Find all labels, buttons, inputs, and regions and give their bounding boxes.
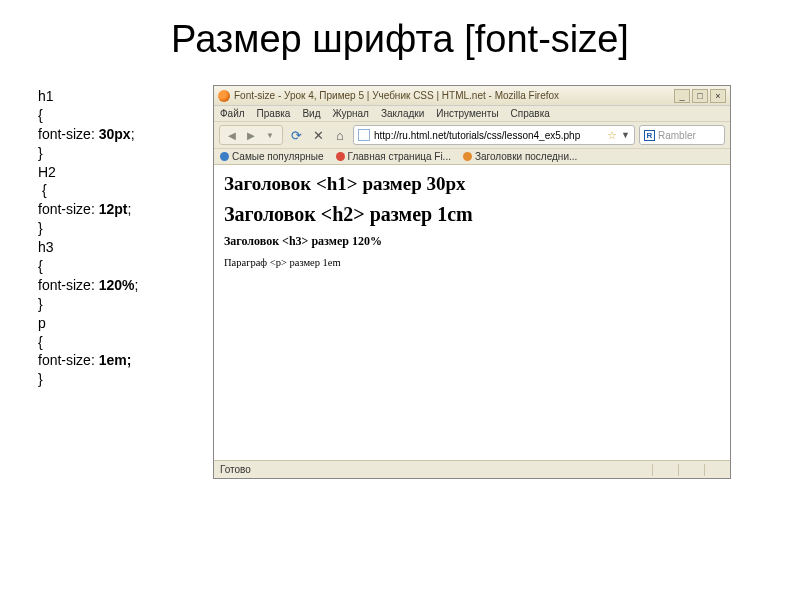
status-segment — [652, 464, 672, 476]
maximize-button[interactable]: □ — [692, 89, 708, 103]
stop-button[interactable]: ✕ — [309, 126, 327, 144]
browser-window: Font-size - Урок 4, Пример 5 | Учебник C… — [213, 85, 731, 479]
menu-tools[interactable]: Инструменты — [436, 108, 498, 119]
code-line: } — [38, 219, 203, 238]
firefox-icon — [218, 90, 230, 102]
site-icon — [336, 152, 345, 161]
bookmark-popular[interactable]: Самые популярные — [220, 151, 324, 162]
code-line: H2 — [38, 163, 203, 182]
url-dropdown-icon[interactable]: ▼ — [621, 130, 630, 140]
code-line: { — [38, 257, 203, 276]
home-button[interactable]: ⌂ — [331, 126, 349, 144]
feed-icon — [463, 152, 472, 161]
slide-title: Размер шрифта [font-size] — [0, 0, 800, 71]
code-line: } — [38, 295, 203, 314]
bookmarks-toolbar: Самые популярные Главная страница Fi... … — [214, 149, 730, 165]
code-line: } — [38, 370, 203, 389]
code-line: font-size: 120%; — [38, 276, 203, 295]
code-line: p — [38, 314, 203, 333]
status-bar: Готово — [214, 460, 730, 478]
close-button[interactable]: × — [710, 89, 726, 103]
code-line: font-size: 1em; — [38, 351, 203, 370]
status-text: Готово — [220, 464, 251, 475]
history-dropdown-icon[interactable]: ▼ — [262, 127, 278, 143]
code-line: font-size: 12pt; — [38, 200, 203, 219]
menu-view[interactable]: Вид — [302, 108, 320, 119]
minimize-button[interactable]: _ — [674, 89, 690, 103]
css-code-block: h1 { font-size: 30px; } H2 { font-size: … — [38, 85, 203, 479]
page-viewport: Заголовок <h1> размер 30px Заголовок <h2… — [214, 165, 730, 460]
code-line: { — [38, 181, 203, 200]
forward-button[interactable]: ► — [243, 127, 259, 143]
menu-file[interactable]: Файл — [220, 108, 245, 119]
menu-history[interactable]: Журнал — [332, 108, 369, 119]
search-box[interactable]: R Rambler — [639, 125, 725, 145]
search-placeholder: Rambler — [658, 130, 696, 141]
bookmark-star-icon[interactable]: ☆ — [607, 129, 617, 142]
status-segment — [704, 464, 724, 476]
bookmark-last[interactable]: Заголовки последни... — [463, 151, 577, 162]
window-title: Font-size - Урок 4, Пример 5 | Учебник C… — [234, 90, 674, 101]
code-line: font-size: 30px; — [38, 125, 203, 144]
code-line: } — [38, 144, 203, 163]
page-icon — [358, 129, 370, 141]
code-line: h1 — [38, 87, 203, 106]
rendered-p: Параграф <p> размер 1em — [224, 257, 720, 268]
navigation-toolbar: ◄ ► ▼ ⟳ ✕ ⌂ http://ru.html.net/tutorials… — [214, 122, 730, 149]
code-line: h3 — [38, 238, 203, 257]
rendered-h3: Заголовок <h3> размер 120% — [224, 234, 720, 249]
window-titlebar: Font-size - Урок 4, Пример 5 | Учебник C… — [214, 86, 730, 106]
reload-button[interactable]: ⟳ — [287, 126, 305, 144]
back-button[interactable]: ◄ — [224, 127, 240, 143]
bookmark-fi[interactable]: Главная страница Fi... — [336, 151, 451, 162]
rendered-h1: Заголовок <h1> размер 30px — [224, 173, 720, 195]
address-bar[interactable]: http://ru.html.net/tutorials/css/lesson4… — [353, 125, 635, 145]
menu-edit[interactable]: Правка — [257, 108, 291, 119]
menu-bookmarks[interactable]: Закладки — [381, 108, 424, 119]
code-line: { — [38, 106, 203, 125]
url-text: http://ru.html.net/tutorials/css/lesson4… — [374, 130, 603, 141]
code-line: { — [38, 333, 203, 352]
rambler-icon: R — [644, 130, 655, 141]
folder-icon — [220, 152, 229, 161]
status-segment — [678, 464, 698, 476]
menu-bar: Файл Правка Вид Журнал Закладки Инструме… — [214, 106, 730, 122]
menu-help[interactable]: Справка — [511, 108, 550, 119]
rendered-h2: Заголовок <h2> размер 1cm — [224, 203, 720, 226]
